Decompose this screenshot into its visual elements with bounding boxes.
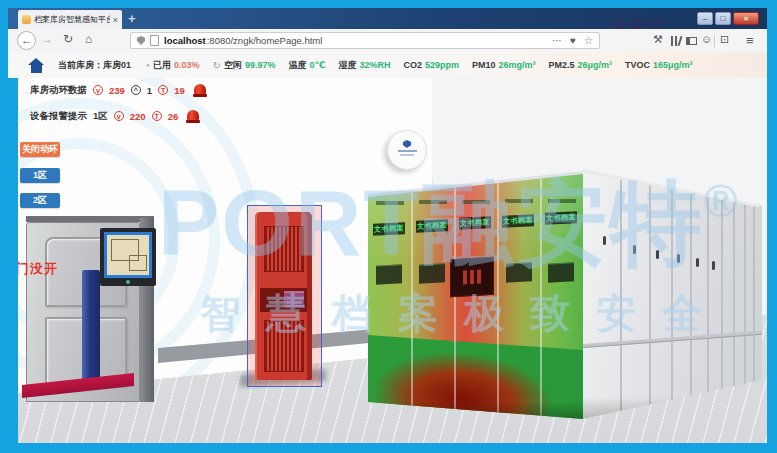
metric-label: 空闲 (224, 59, 242, 72)
metric-tvoc: TVOC 165μg/m³ (625, 60, 693, 70)
offline-count: 19 (174, 85, 185, 96)
alarm-lamp-icon[interactable] (193, 84, 207, 97)
metric-humidity: 湿度 32%RH (338, 59, 390, 72)
zone1-button[interactable]: 1区 (20, 168, 60, 183)
forward-icon[interactable]: → (41, 32, 53, 46)
metric-label: 温度 (289, 59, 307, 72)
monitor-power-led (126, 280, 130, 284)
free-loop-icon: ↻ (213, 60, 221, 71)
window-close-button[interactable]: × (733, 12, 759, 25)
device-alarm-label: 设备报警提示 (30, 110, 87, 123)
close-env-button[interactable]: 关闭动环 (20, 142, 60, 157)
browser-window: 档案库房智慧感知平台（基础… × + PRO – □ × ← → ↻ ⌂ loc… (8, 8, 767, 443)
brand-watermark-line1: PORT融安特® (158, 162, 739, 286)
bookmark-star-icon[interactable]: ☆ (584, 35, 593, 46)
metric-label: PM10 (472, 60, 496, 70)
library-icon[interactable] (671, 36, 681, 46)
wall-monitor[interactable] (100, 228, 156, 286)
floorplan-shape (129, 255, 147, 271)
device-alarm-row: 设备报警提示 1区 v 220 T 26 (30, 108, 207, 124)
metric-temperature: 温度 0℃ (289, 59, 326, 72)
brand-watermark-line2: 智慧档案极致安全 (200, 286, 728, 341)
sidebar-icon[interactable] (686, 37, 697, 45)
metric-value: 529ppm (425, 60, 459, 70)
door-status-label: 门没开 (16, 260, 58, 278)
new-tab-button[interactable]: + (128, 11, 136, 26)
used-pie-icon: ◔ (144, 60, 150, 71)
toolbar-separator (714, 35, 715, 47)
offline-icon: T (152, 111, 162, 121)
screenshot-watermark-fragment: PRO (612, 14, 666, 29)
tracking-shield-icon[interactable] (137, 36, 145, 45)
metric-value: 0.03% (174, 60, 200, 70)
page-info-icon[interactable] (150, 35, 159, 46)
upper-limit-count: 1 (147, 85, 152, 96)
metric-value: 99.97% (245, 60, 276, 70)
tab-close-icon[interactable]: × (113, 15, 118, 25)
metric-label: TVOC (625, 60, 650, 70)
zone2-button[interactable]: 2区 (20, 193, 60, 208)
metric-value: 0℃ (310, 60, 326, 70)
clock-logo-icon (403, 140, 411, 148)
page-left-accent-strip (8, 78, 18, 443)
lower-limit-count: 239 (109, 85, 125, 96)
browser-navbar: ← → ↻ ⌂ localhost :8080/zngk/homePage.ht… (8, 29, 767, 53)
page-actions-icon[interactable]: ⋯ (552, 35, 562, 46)
registered-mark: ® (704, 175, 740, 227)
back-icon[interactable]: ← (17, 31, 36, 50)
device-offline-count: 26 (168, 111, 179, 122)
metric-label: PM2.5 (549, 60, 575, 70)
metric-value: 32%RH (359, 60, 390, 70)
metric-pm25: PM2.5 26μg/m³ (549, 60, 613, 70)
browser-titlebar: 档案库房智慧感知平台（基础… × + PRO – □ × (8, 8, 767, 29)
metric-value: 26mg/m³ (498, 60, 535, 70)
screenshot-icon[interactable]: ⊡ (720, 33, 729, 46)
tab-title: 档案库房智慧感知平台（基础… (34, 14, 110, 25)
metric-label: 湿度 (338, 59, 356, 72)
metric-free: ↻ 空闲 99.97% (213, 59, 276, 72)
clock-brand-line (388, 154, 426, 156)
room-env-data-label: 库房动环数据 (30, 84, 87, 97)
screenshot-frame: 档案库房智慧感知平台（基础… × + PRO – □ × ← → ↻ ⌂ loc… (0, 0, 777, 453)
favicon-icon (22, 15, 31, 24)
lower-limit-icon: v (93, 85, 103, 95)
metric-pm10: PM10 26mg/m³ (472, 60, 536, 70)
home-room-icon (28, 58, 45, 73)
url-path: :8080/zngk/homePage.html (207, 35, 323, 46)
clock-brand-line (388, 150, 426, 152)
metric-label: CO2 (403, 60, 422, 70)
metric-label: 已用 (153, 59, 171, 72)
offline-icon: T (158, 85, 168, 95)
lower-limit-icon: v (114, 111, 124, 121)
status-bar: 当前库房：库房01 ◔ 已用 0.03% ↻ 空闲 99.97% 温度 0℃ 湿… (8, 52, 767, 78)
metric-used: ◔ 已用 0.03% (144, 59, 200, 72)
window-minimize-button[interactable]: – (697, 12, 713, 25)
zone-label: 1区 (93, 110, 108, 123)
device-alarm-count: 220 (130, 111, 146, 122)
metric-co2: CO2 529ppm (403, 60, 459, 70)
browser-tab[interactable]: 档案库房智慧感知平台（基础… × (18, 10, 122, 29)
reload-icon[interactable]: ↻ (63, 32, 73, 46)
alarm-lamp-icon[interactable] (186, 110, 200, 123)
alarm-summary-rows: 库房动环数据 v 239 ^ 1 T 19 设备报警提示 1区 v 220 T … (30, 82, 207, 134)
menu-icon[interactable]: ≡ (746, 33, 754, 48)
room-env-data-row: 库房动环数据 v 239 ^ 1 T 19 (30, 82, 207, 98)
pocket-icon[interactable]: ♥ (570, 35, 576, 46)
upper-limit-icon: ^ (131, 85, 141, 95)
home-icon[interactable]: ⌂ (85, 32, 92, 46)
monitor-screen (104, 232, 152, 278)
url-domain: localhost (164, 35, 206, 46)
current-room-label: 当前库房：库房01 (58, 59, 131, 72)
window-maximize-button[interactable]: □ (715, 12, 731, 25)
url-bar[interactable]: localhost :8080/zngk/homePage.html ⋯ ♥ ☆ (130, 32, 600, 49)
metric-value: 165μg/m³ (653, 60, 693, 70)
metric-value: 26μg/m³ (578, 60, 613, 70)
tools-icon[interactable]: ⚒ (653, 33, 663, 46)
blue-pillar (82, 270, 100, 385)
account-icon[interactable]: ☺ (701, 33, 712, 45)
